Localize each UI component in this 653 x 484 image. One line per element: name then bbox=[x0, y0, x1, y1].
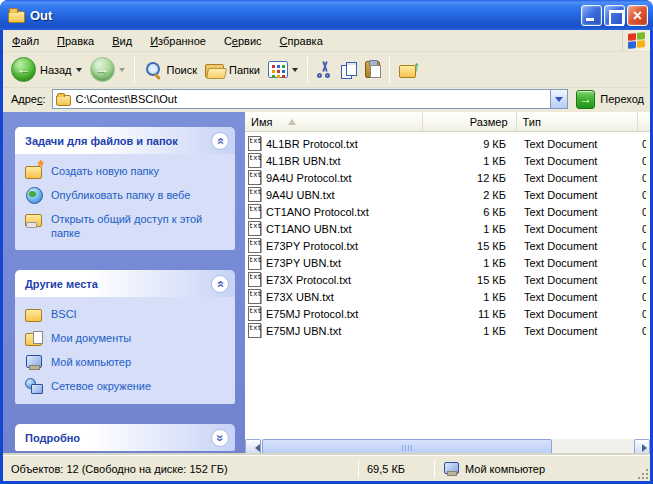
scroll-left-button[interactable] bbox=[245, 439, 261, 455]
chevron-up-icon[interactable] bbox=[211, 132, 229, 150]
file-name: E73X UBN.txt bbox=[266, 291, 334, 303]
pane-item-label: Создать новую папку bbox=[51, 163, 159, 178]
pane-body: BSCIМои документыМой компьютерСетевое ок… bbox=[15, 297, 235, 404]
column-header-size[interactable]: Размер bbox=[423, 112, 517, 131]
forward-button[interactable] bbox=[86, 55, 129, 84]
menu-item-3[interactable]: Вид bbox=[103, 30, 141, 51]
file-row[interactable]: txt9A4U UBN.txt2 КБText Document0 bbox=[245, 186, 650, 203]
file-type: Text Document bbox=[518, 308, 640, 320]
windows-logo-icon bbox=[622, 30, 650, 51]
maximize-button[interactable] bbox=[604, 5, 625, 26]
file-row[interactable]: txt4L1BR Protocol.txt9 КБText Document0 bbox=[245, 135, 650, 152]
folders-icon bbox=[205, 62, 225, 78]
file-row[interactable]: txt4L1BR UBN.txt1 КБText Document0 bbox=[245, 152, 650, 169]
back-icon bbox=[11, 57, 36, 82]
file-modified-clipped: 0 bbox=[640, 257, 646, 269]
my-computer-icon bbox=[25, 354, 43, 370]
search-button[interactable]: Поиск bbox=[140, 59, 201, 81]
file-name: E73PY Protocol.txt bbox=[266, 240, 358, 252]
pane-item-label: Опубликовать папку в вебе bbox=[51, 187, 190, 202]
chevron-down-icon[interactable] bbox=[211, 429, 229, 447]
paste-icon bbox=[365, 61, 380, 78]
place-link[interactable]: Сетевое окружение bbox=[25, 378, 229, 394]
place-link[interactable]: Мой компьютер bbox=[25, 354, 229, 370]
folders-button[interactable]: Папки bbox=[201, 60, 264, 80]
search-label: Поиск bbox=[167, 64, 197, 76]
menu-item-1[interactable]: Файл bbox=[3, 30, 48, 51]
file-type: Text Document bbox=[518, 325, 640, 337]
file-size: 9 КБ bbox=[424, 138, 518, 150]
pane-header-file-folder-tasks[interactable]: Задачи для файлов и папок bbox=[15, 127, 235, 154]
file-row[interactable]: txtE75MJ UBN.txt1 КБText Document0 bbox=[245, 322, 650, 339]
status-size-text: 69,5 КБ bbox=[367, 463, 405, 475]
column-header-type[interactable]: Тип bbox=[517, 112, 638, 131]
file-name-cell: txtE73X UBN.txt bbox=[245, 289, 424, 304]
address-value[interactable]: C:\Contest\BSCI\Out bbox=[76, 93, 551, 105]
file-name: 4L1BR UBN.txt bbox=[266, 155, 341, 167]
file-name: CT1ANO Protocol.txt bbox=[266, 206, 369, 218]
file-name-cell: txt4L1BR UBN.txt bbox=[245, 153, 424, 168]
file-modified-clipped: 0 bbox=[640, 274, 646, 286]
file-size: 2 КБ bbox=[424, 189, 518, 201]
task-link[interactable]: Создать новую папку bbox=[25, 163, 229, 179]
status-location: Мой компьютер bbox=[435, 456, 650, 481]
menu-item-6[interactable]: Справка bbox=[271, 30, 332, 51]
file-row[interactable]: txtE73X Protocol.txt15 КБText Document0 bbox=[245, 271, 650, 288]
file-row[interactable]: txtE73X UBN.txt1 КБText Document0 bbox=[245, 288, 650, 305]
txt-file-icon: txt bbox=[248, 170, 261, 185]
file-row[interactable]: txtE75MJ Protocol.txt11 КБText Document0 bbox=[245, 305, 650, 322]
back-dropdown-icon[interactable] bbox=[76, 68, 82, 75]
task-link[interactable]: Опубликовать папку в вебе bbox=[25, 187, 229, 203]
file-row[interactable]: txtE73PY UBN.txt1 КБText Document0 bbox=[245, 254, 650, 271]
place-link[interactable]: BSCI bbox=[25, 306, 229, 322]
close-button[interactable] bbox=[627, 5, 648, 26]
search-icon bbox=[144, 61, 163, 79]
place-link[interactable]: Мои документы bbox=[25, 330, 229, 346]
resize-grip[interactable] bbox=[635, 466, 649, 480]
file-modified-clipped: 0 bbox=[640, 172, 646, 184]
menu-item-5[interactable]: Сервис bbox=[215, 30, 271, 51]
menu-item-2[interactable]: Правка bbox=[48, 30, 103, 51]
column-header-name[interactable]: Имя bbox=[245, 112, 423, 131]
address-dropdown-button[interactable] bbox=[550, 90, 567, 108]
scroll-right-button[interactable] bbox=[634, 439, 650, 455]
pane-header-details[interactable]: Подробно bbox=[15, 424, 235, 451]
pane-header-other-places[interactable]: Другие места bbox=[15, 270, 235, 297]
column-header-name-label: Имя bbox=[251, 116, 272, 128]
txt-file-icon: txt bbox=[248, 255, 261, 270]
file-type: Text Document bbox=[518, 223, 640, 235]
back-button[interactable]: Назад bbox=[7, 55, 86, 84]
status-bar: Объектов: 12 (Свободно на диске: 152 ГБ)… bbox=[3, 455, 650, 481]
paste-button[interactable] bbox=[361, 59, 384, 80]
folder-icon bbox=[8, 8, 25, 22]
txt-file-icon: txt bbox=[248, 238, 261, 253]
forward-dropdown-icon[interactable] bbox=[119, 68, 125, 75]
cut-button[interactable] bbox=[313, 59, 336, 80]
scrollbar-thumb[interactable] bbox=[262, 439, 552, 455]
menu-item-4[interactable]: Избранное bbox=[141, 30, 215, 51]
file-row[interactable]: txtCT1ANO Protocol.txt6 КБText Document0 bbox=[245, 203, 650, 220]
file-size: 15 КБ bbox=[424, 240, 518, 252]
menu-bar: ФайлПравкаВидИзбранноеСервисСправка bbox=[3, 30, 650, 52]
file-row[interactable]: txtE73PY Protocol.txt15 КБText Document0 bbox=[245, 237, 650, 254]
file-row[interactable]: txt9A4U Protocol.txt12 КБText Document0 bbox=[245, 169, 650, 186]
address-combobox[interactable]: C:\Contest\BSCI\Out bbox=[52, 89, 569, 109]
forward-icon bbox=[90, 57, 115, 82]
scrollbar-track[interactable] bbox=[261, 439, 634, 455]
chevron-up-icon[interactable] bbox=[211, 275, 229, 293]
go-button[interactable] bbox=[576, 90, 595, 109]
horizontal-scrollbar[interactable] bbox=[245, 439, 650, 455]
file-name-cell: txt9A4U Protocol.txt bbox=[245, 170, 424, 185]
up-button[interactable] bbox=[395, 59, 423, 80]
file-row[interactable]: txtCT1ANO UBN.txt1 КБText Document0 bbox=[245, 220, 650, 237]
views-button[interactable] bbox=[264, 59, 302, 80]
pane-item-label: Открыть общий доступ к этой папке bbox=[51, 211, 229, 240]
column-header-extra[interactable] bbox=[637, 112, 650, 131]
views-dropdown-icon[interactable] bbox=[292, 68, 298, 75]
minimize-button[interactable] bbox=[581, 5, 602, 26]
copy-button[interactable] bbox=[336, 59, 361, 80]
task-link[interactable]: Открыть общий доступ к этой папке bbox=[25, 211, 229, 240]
file-size: 1 КБ bbox=[424, 223, 518, 235]
file-list: Имя Размер Тип txt4L1BR Protocol.txt9 КБ… bbox=[245, 112, 650, 455]
column-header-size-label: Размер bbox=[470, 116, 508, 128]
